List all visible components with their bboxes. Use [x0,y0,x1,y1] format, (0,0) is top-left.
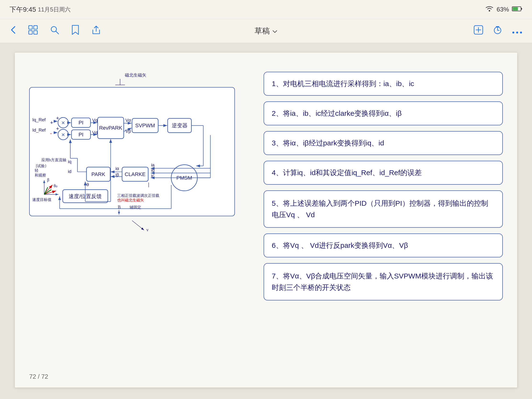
svg-text:iq: iq [68,159,71,164]
svg-point-15 [512,32,514,33]
svg-text:v: v [146,228,149,232]
step-1: 1、对电机三相电流进行采样得到：ia、ib、ic [264,72,503,96]
title-dropdown-icon[interactable] [272,26,278,35]
document-title[interactable]: 草稿 [254,26,270,36]
svg-text:-: - [50,130,52,136]
svg-text:也叫磁北生磁矢: 也叫磁北生磁矢 [117,198,144,202]
toolbar-left [10,25,101,37]
svg-text:PI: PI [78,132,83,138]
diagram-section: 磁北生磁矢 [29,72,244,300]
status-bar: 下午9:45 11月5日周六 63% [0,0,532,19]
svg-text:和观察: 和观察 [35,173,46,177]
content-area: 磁北生磁矢 [29,72,503,300]
svg-text:辅固定: 辅固定 [130,205,141,209]
svg-text:CLARKE: CLARKE [125,171,146,177]
note-page: 磁北生磁矢 [15,53,517,387]
share-button[interactable] [91,25,101,37]
step-7: 7、将Vα、Vβ合成电压空间矢量，输入SVPWM模块进行调制，输出该时刻三个半桥… [264,263,503,300]
add-button[interactable] [474,25,483,37]
svg-text:id: id [68,169,71,174]
svg-text:θ: θ [86,182,89,187]
svg-text:Vd: Vd [92,130,98,135]
step-4-text: 4、计算iq、id和其设定值iq_Ref、id_Ref的误差 [272,169,422,177]
page-number: 72 / 72 [29,373,48,380]
svg-text:ic: ic [151,173,154,178]
svg-line-8 [56,31,59,34]
svg-text:θ₀: θ₀ [54,184,57,188]
step-5-text: 5、将上述误差输入到两个PID（只用到PI）控制器，得到输出的控制电压Vq 、 … [272,199,488,219]
battery-percentage: 63% [497,6,509,13]
svg-text:PI: PI [78,120,83,126]
step-6-text: 6、将Vq 、 Vd进行反park变换得到Vα、Vβ [272,241,408,249]
toolbar-center: 草稿 [254,26,278,36]
timer-button[interactable] [493,25,502,37]
svg-text:iα: iα [115,166,119,171]
battery-icon [512,6,522,13]
back-button[interactable] [10,25,16,37]
svg-text:×: × [62,119,65,126]
step-4: 4、计算iq、id和其设定值iq_Ref、id_Ref的误差 [264,161,503,185]
toolbar: 草稿 [0,19,532,43]
page-area: 磁北生磁矢 [0,43,532,399]
svg-text:[试验}: [试验} [36,164,47,168]
svg-point-17 [520,32,522,33]
step-1-text: 1、对电机三相电流进行采样得到：ia、ib、ic [272,80,414,88]
date-display: 11月5日周六 [38,6,70,13]
svg-text:SVPWM: SVPWM [135,122,155,128]
step-7-text: 7、将Vα、Vβ合成电压空间矢量，输入SVPWM模块进行调制，输出该时刻三个半桥… [272,272,493,291]
svg-text:Id_Ref: Id_Ref [32,127,46,133]
svg-line-113 [132,221,144,230]
step-3: 3、将iα、iβ经过park变换得到iq、id [264,131,503,155]
svg-text:RevPARK: RevPARK [99,125,122,131]
step-5: 5、将上述误差输入到两个PID（只用到PI）控制器，得到输出的控制电压Vq 、 … [264,190,503,228]
text-list-section: 1、对电机三相电流进行采样得到：ia、ib、ic 2、将ia、ib、ic经过cl… [264,72,503,300]
svg-text:Vq: Vq [92,118,98,123]
svg-rect-2 [513,7,518,11]
svg-text:Vα: Vα [125,118,131,123]
svg-text:Iq_Ref: Iq_Ref [32,117,46,122]
svg-rect-6 [34,31,37,34]
svg-text:三相正弦载波调次正弦载: 三相正弦载波调次正弦载 [117,194,159,198]
svg-text:+: + [56,126,59,132]
svg-text:磁北生磁矢: 磁北生磁矢 [125,73,146,77]
svg-text:×: × [62,131,65,138]
svg-text:逆变器: 逆变器 [172,122,188,128]
svg-text:轻: 轻 [35,168,38,172]
svg-rect-5 [29,31,32,34]
svg-point-16 [516,32,518,33]
diagram-container: Iq_Ref Id_Ref + + - + × × [29,87,235,216]
step-6: 6、将Vq 、 Vd进行反park变换得到Vα、Vβ [264,234,503,257]
svg-text:应用b方直流轴: 应用b方直流轴 [41,158,66,162]
wifi-icon [485,6,494,13]
svg-rect-4 [34,25,37,29]
more-button[interactable] [512,26,522,36]
svg-text:β: β [47,177,49,182]
step-3-text: 3、将iα、iβ经过park变换得到iq、id [272,139,384,147]
svg-rect-3 [29,25,32,29]
toolbar-right [474,25,522,37]
svg-text:PARK: PARK [91,171,105,177]
grid-button[interactable] [28,25,38,37]
svg-point-0 [489,10,490,12]
svg-text:+: + [50,120,53,126]
svg-text:ia: ia [151,162,155,167]
svg-text:B: B [118,205,120,209]
status-left: 下午9:45 11月5日周六 [10,5,70,14]
step-2-text: 2、将ia、ib、ic经过clarke变换得到iα、iβ [272,109,402,117]
status-right: 63% [485,6,522,13]
svg-text:ib: ib [151,168,155,173]
search-button[interactable] [50,25,59,37]
step-2: 2、将ia、ib、ic经过clarke变换得到iα、iβ [264,101,503,125]
time-display: 下午9:45 [10,5,36,14]
svg-text:速度目标值: 速度目标值 [32,198,51,202]
bookmark-button[interactable] [71,25,79,37]
